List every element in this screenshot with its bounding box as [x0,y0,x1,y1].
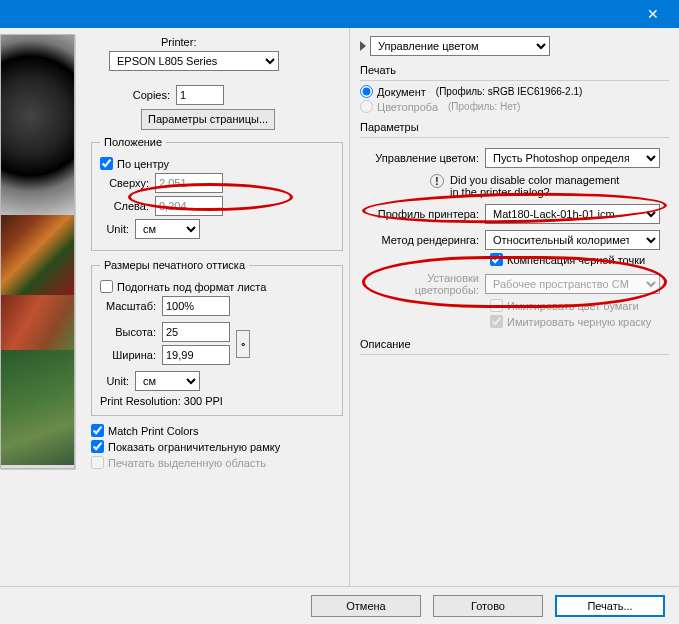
show-bbox-label: Показать ограничительную рамку [108,441,280,453]
black-point-checkbox[interactable]: Компенсация черной точки [490,253,669,266]
height-label: Высота: [100,326,162,338]
position-legend: Положение [100,136,166,148]
size-unit-label: Unit: [100,375,135,387]
match-colors-label: Match Print Colors [108,425,198,437]
proof-profile: (Профиль: Нет) [448,101,520,112]
pos-unit-label: Unit: [100,223,135,235]
cancel-button[interactable]: Отмена [311,595,421,617]
warning-line2: in the printer dialog? [450,186,619,198]
left-input [155,196,223,216]
printer-profile-label: Профиль принтера: [360,208,485,220]
top-input [155,173,223,193]
fit-checkbox[interactable]: Подогнать под формат листа [100,280,334,293]
top-label: Сверху: [100,177,155,189]
preview-image-watch [1,35,74,215]
print-settings-panel: Printer: EPSON L805 Series Copies: Парам… [85,28,350,586]
done-button[interactable]: Готово [433,595,543,617]
print-selection-label: Печатать выделенную область [108,457,266,469]
proof-radio [360,100,373,113]
black-point-input[interactable] [490,253,503,266]
print-preview [0,34,75,469]
center-checkbox-input[interactable] [100,157,113,170]
printer-profile-select[interactable]: Mat180-Lack-01h-01.icm [485,204,660,224]
resolution-text: Print Resolution: 300 PPI [100,395,334,407]
position-group: Положение По центру Сверху: Слева: Unit:… [91,136,343,251]
rendering-select[interactable]: Относительный колориметр... [485,230,660,250]
fit-checkbox-input[interactable] [100,280,113,293]
preview-image-bottles [1,215,74,295]
width-label: Ширина: [100,349,162,361]
copies-label: Copies: [121,89,176,101]
size-unit-select[interactable]: см [135,371,200,391]
black-point-label: Компенсация черной точки [507,254,645,266]
match-colors-input[interactable] [91,424,104,437]
document-radio-label: Документ [377,86,426,98]
dialog-buttons: Отмена Готово Печать... [0,586,679,624]
copies-input[interactable] [176,85,224,105]
scale-label: Масштаб: [100,300,162,312]
fit-checkbox-label: Подогнать под формат листа [117,281,266,293]
close-icon[interactable]: ✕ [637,2,669,26]
sim-black-input [490,315,503,328]
color-mgmt-label: Управление цветом: [360,152,485,164]
print-button[interactable]: Печать... [555,595,665,617]
center-checkbox[interactable]: По центру [100,157,334,170]
size-legend: Размеры печатного оттиска [100,259,249,271]
document-profile: (Профиль: sRGB IEC61966-2.1) [436,86,583,97]
sim-black-checkbox: Имитировать черную краску [490,315,669,328]
pos-unit-select[interactable]: см [135,219,200,239]
show-bbox-checkbox[interactable]: Показать ограничительную рамку [91,440,343,453]
printer-label: Printer: [161,36,343,48]
proof-setup-select: Рабочее пространство CMYK [485,274,660,294]
proof-radio-label: Цветопроба [377,101,438,113]
rendering-label: Метод рендеринга: [360,234,485,246]
link-icon[interactable]: ⚬ [236,330,250,358]
page-setup-button[interactable]: Параметры страницы... [141,109,275,130]
warning-icon: ! [430,174,444,188]
color-section-select[interactable]: Управление цветом [370,36,550,56]
left-label: Слева: [100,200,155,212]
description-title: Описание [360,338,669,350]
preview-image-landscape [1,350,74,465]
center-checkbox-label: По центру [117,158,169,170]
height-input[interactable] [162,322,230,342]
warning-line1: Did you disable color management [450,174,619,186]
color-management-panel: Управление цветом Печать Документ (Профи… [350,28,679,586]
dialog-body: Printer: EPSON L805 Series Copies: Парам… [0,28,679,586]
preview-image-meat [1,295,74,350]
print-section-title: Печать [360,64,669,76]
color-mgmt-select[interactable]: Пусть Photoshop определяет ... [485,148,660,168]
sim-paper-checkbox: Имитировать цвет бумаги [490,299,669,312]
sim-paper-label: Имитировать цвет бумаги [507,300,639,312]
proof-setup-label: Установки цветопробы: [360,272,485,296]
match-colors-checkbox[interactable]: Match Print Colors [91,424,343,437]
document-radio[interactable] [360,85,373,98]
show-bbox-input[interactable] [91,440,104,453]
sim-black-label: Имитировать черную краску [507,316,651,328]
printer-select[interactable]: EPSON L805 Series [109,51,279,71]
chevron-right-icon[interactable] [360,41,366,51]
print-selection-input [91,456,104,469]
sim-paper-input [490,299,503,312]
title-bar: ✕ [0,0,679,28]
preview-column [0,28,85,586]
print-selection-checkbox: Печатать выделенную область [91,456,343,469]
size-group: Размеры печатного оттиска Подогнать под … [91,259,343,416]
params-section-title: Параметры [360,121,669,133]
width-input[interactable] [162,345,230,365]
scale-input[interactable] [162,296,230,316]
